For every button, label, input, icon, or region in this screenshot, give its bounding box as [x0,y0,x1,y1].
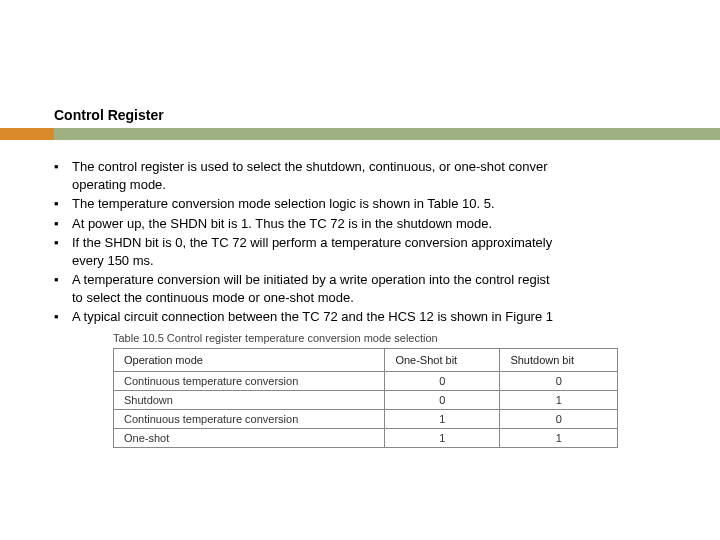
table-header-row: Operation mode One-Shot bit Shutdown bit [114,349,618,372]
table-cell: One-shot [114,429,385,448]
bullet-text: A temperature conversion will be initiat… [72,272,550,287]
list-item: At power up, the SHDN bit is 1. Thus the… [54,215,720,233]
slide: Control Register The control register is… [0,0,720,540]
divider-bar [0,128,720,140]
bullet-text-wrap: every 150 ms. [72,253,154,268]
table-cell: 0 [385,391,500,410]
slide-title: Control Register [54,107,720,123]
bullet-text: A typical circuit connection between the… [72,309,553,324]
table-caption: Table 10.5 Control register temperature … [113,332,618,344]
table-row: One-shot 1 1 [114,429,618,448]
table-cell: Continuous temperature conversion [114,410,385,429]
table-cell: Shutdown [114,391,385,410]
list-item: If the SHDN bit is 0, the TC 72 will per… [54,234,720,269]
bullet-text: If the SHDN bit is 0, the TC 72 will per… [72,235,552,250]
list-item: The temperature conversion mode selectio… [54,195,720,213]
table-cell: Continuous temperature conversion [114,372,385,391]
bullet-text-wrap: operating mode. [72,177,166,192]
table-wrap: Table 10.5 Control register temperature … [113,332,618,448]
table-row: Shutdown 0 1 [114,391,618,410]
table-header: Shutdown bit [500,349,618,372]
table-header: Operation mode [114,349,385,372]
bullet-text-wrap: to select the continuous mode or one-sho… [72,290,354,305]
table-header: One-Shot bit [385,349,500,372]
table-cell: 0 [500,410,618,429]
list-item: The control register is used to select t… [54,158,720,193]
table-cell: 1 [500,391,618,410]
content-area: The control register is used to select t… [54,158,720,328]
table-cell: 0 [500,372,618,391]
title-row: Control Register [54,107,720,125]
accent-block [0,128,54,140]
table-cell: 1 [385,410,500,429]
bullet-list: The control register is used to select t… [54,158,720,326]
table-row: Continuous temperature conversion 1 0 [114,410,618,429]
table-cell: 0 [385,372,500,391]
table-cell: 1 [385,429,500,448]
table-cell: 1 [500,429,618,448]
table-row: Continuous temperature conversion 0 0 [114,372,618,391]
list-item: A typical circuit connection between the… [54,308,720,326]
list-item: A temperature conversion will be initiat… [54,271,720,306]
bullet-text: The control register is used to select t… [72,159,547,174]
mode-table: Operation mode One-Shot bit Shutdown bit… [113,348,618,448]
